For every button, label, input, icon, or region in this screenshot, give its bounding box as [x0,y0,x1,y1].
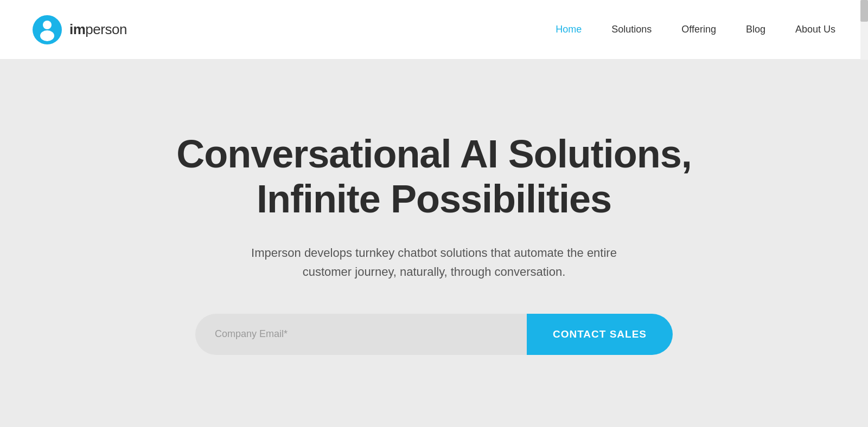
nav-item-solutions[interactable]: Solutions [611,24,652,35]
logo-text: imperson [69,21,127,38]
hero-title: Conversational AI Solutions, Infinite Po… [176,132,691,222]
contact-sales-button[interactable]: CONTACT SALES [527,314,673,355]
svg-point-1 [43,21,52,29]
nav-item-about-us[interactable]: About Us [795,24,835,35]
scrollbar-track [860,0,868,60]
svg-point-2 [40,30,54,41]
header: imperson Home Solutions Offering Blog Ab… [0,0,868,60]
hero-section: Conversational AI Solutions, Infinite Po… [0,60,868,427]
logo-icon [33,15,62,44]
hero-subtitle: Imperson develops turnkey chatbot soluti… [239,243,629,281]
main-nav: Home Solutions Offering Blog About Us [556,24,835,35]
nav-item-home[interactable]: Home [556,24,582,35]
email-input[interactable] [195,314,527,355]
scrollbar-thumb[interactable] [860,0,868,22]
nav-item-blog[interactable]: Blog [746,24,765,35]
cta-area: CONTACT SALES [195,314,673,355]
nav-item-offering[interactable]: Offering [681,24,716,35]
logo[interactable]: imperson [33,15,127,44]
